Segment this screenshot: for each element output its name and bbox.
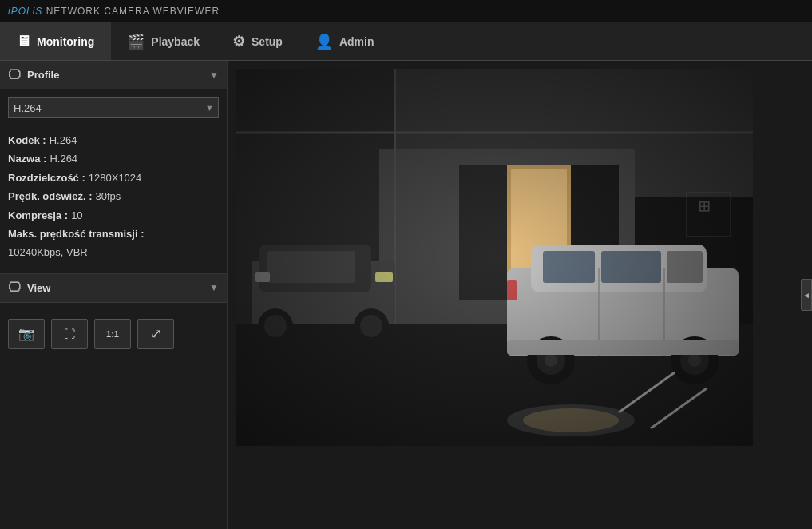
view-section-label: View xyxy=(27,282,50,294)
main-layout: 🖵 Profile ▼ H.264 H.265 MJPEG ▼ Kodek : … xyxy=(0,61,812,529)
profile-chevron: ▼ xyxy=(209,70,219,81)
nav-admin-label: Admin xyxy=(339,35,374,48)
profile-kompresja-row: Kompresja : 10 xyxy=(8,206,219,225)
app-name: NETWORK CAMERA WEBVIEWER xyxy=(46,6,220,17)
monitoring-icon: 🖥 xyxy=(16,33,30,50)
profile-nazwa-row: Nazwa : H.264 xyxy=(8,149,219,168)
kompresja-label: Kompresja : xyxy=(8,206,68,225)
svg-rect-41 xyxy=(236,69,753,446)
view-section-header[interactable]: 🖵 View ▼ xyxy=(0,274,227,303)
view-section-content: 📷 ⛶ 1:1 ⤢ xyxy=(0,303,227,357)
nav-setup[interactable]: ⚙ Setup xyxy=(216,22,299,60)
profile-kodek-row: Kodek : H.264 xyxy=(8,131,219,149)
fit-button[interactable]: ⤢ xyxy=(137,319,174,349)
camera-feed-svg: ⊞ xyxy=(236,69,753,446)
playback-icon: 🎬 xyxy=(127,33,145,50)
nav-monitoring[interactable]: 🖥 Monitoring xyxy=(0,22,111,60)
nav-setup-label: Setup xyxy=(252,35,283,48)
nav-playback[interactable]: 🎬 Playback xyxy=(111,22,216,60)
camera-view: ⊞ xyxy=(236,69,753,446)
ratio-button[interactable]: 1:1 xyxy=(94,319,131,349)
view-buttons-group: 📷 ⛶ 1:1 ⤢ xyxy=(8,319,219,349)
maks-label: Maks. prędkość transmisji : xyxy=(8,225,145,243)
profile-maks-row: Maks. prędkość transmisji : xyxy=(8,225,219,243)
screenshot-icon: 📷 xyxy=(18,326,34,341)
nav-bar: 🖥 Monitoring 🎬 Playback ⚙ Setup 👤 Admin xyxy=(0,22,812,61)
kompresja-value: 10 xyxy=(71,206,82,225)
profile-info: Kodek : H.264 Nazwa : H.264 Rozdzielczoś… xyxy=(8,128,219,265)
profile-dropdown-wrapper: H.264 H.265 MJPEG ▼ xyxy=(8,97,219,118)
predkosc-label: Prędk. odśwież. : xyxy=(8,187,92,205)
profile-section-label: Profile xyxy=(27,69,59,81)
kodek-value: H.264 xyxy=(50,131,77,149)
rozdzielczosc-value: 1280X1024 xyxy=(89,169,142,187)
kodek-label: Kodek : xyxy=(8,131,46,149)
setup-icon: ⚙ xyxy=(232,33,245,50)
fullscreen-icon: ⛶ xyxy=(64,328,75,340)
admin-icon: 👤 xyxy=(315,33,333,50)
rozdzielczosc-label: Rozdzielczość : xyxy=(8,169,85,187)
profile-predkosc-row: Prędk. odśwież. : 30fps xyxy=(8,187,219,205)
nazwa-label: Nazwa : xyxy=(8,149,46,168)
collapse-sidebar-button[interactable]: ◄ xyxy=(801,279,812,311)
title-bar: iPOLiS NETWORK CAMERA WEBVIEWER xyxy=(0,0,812,22)
nazwa-value: H.264 xyxy=(50,149,77,168)
fit-icon: ⤢ xyxy=(151,326,161,341)
fullscreen-button[interactable]: ⛶ xyxy=(51,319,88,349)
collapse-arrow-icon: ◄ xyxy=(802,291,810,300)
profile-section-content: H.264 H.265 MJPEG ▼ Kodek : H.264 Nazwa … xyxy=(0,89,227,274)
ratio-icon: 1:1 xyxy=(106,329,119,339)
profile-rozdzielczosc-row: Rozdzielczość : 1280X1024 xyxy=(8,169,219,187)
profile-section-icon: 🖵 xyxy=(8,68,21,82)
profile-section-header[interactable]: 🖵 Profile ▼ xyxy=(0,61,227,89)
predkosc-value: 30fps xyxy=(95,187,121,205)
view-section-icon: 🖵 xyxy=(8,280,21,295)
sidebar: 🖵 Profile ▼ H.264 H.265 MJPEG ▼ Kodek : … xyxy=(0,61,228,529)
brand-ipolis: iPOLiS xyxy=(8,6,42,17)
nav-playback-label: Playback xyxy=(151,35,200,48)
nav-admin[interactable]: 👤 Admin xyxy=(299,22,391,60)
nav-monitoring-label: Monitoring xyxy=(37,35,94,48)
maks-value: 10240Kbps, VBR xyxy=(8,243,88,261)
screenshot-button[interactable]: 📷 xyxy=(8,319,45,349)
profile-maks-value-row: 10240Kbps, VBR xyxy=(8,243,219,261)
content-area: ⊞ ◄ xyxy=(228,61,812,529)
profile-dropdown[interactable]: H.264 H.265 MJPEG xyxy=(8,97,219,118)
view-chevron: ▼ xyxy=(209,282,219,293)
